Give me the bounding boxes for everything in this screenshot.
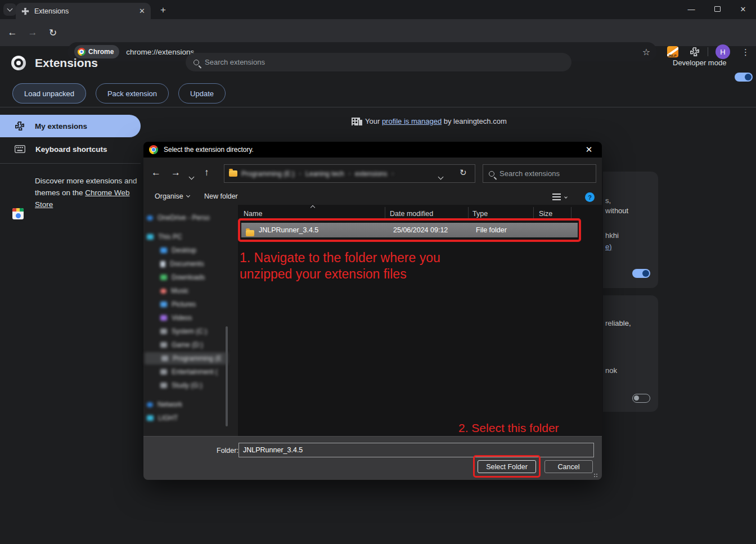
chrome-web-store-icon — [12, 208, 24, 219]
tree-item[interactable]: Documents — [143, 258, 204, 270]
sidebar-item-my-extensions[interactable]: My extensions — [0, 115, 141, 137]
update-button[interactable]: Update — [178, 83, 226, 104]
column-header-size[interactable]: Size — [539, 210, 552, 218]
tree-item[interactable]: System (C:) — [143, 325, 207, 338]
cancel-button[interactable]: Cancel — [544, 460, 593, 473]
tree-item[interactable]: Game (D:) — [143, 339, 203, 351]
jnlp-extension-icon: JNLP — [667, 46, 678, 57]
extensions-menu-button[interactable] — [690, 47, 700, 57]
dialog-close-icon[interactable]: ✕ — [582, 145, 596, 155]
dialog-refresh-icon[interactable]: ↻ — [460, 168, 467, 178]
bookmark-star-icon[interactable]: ☆ — [642, 47, 650, 57]
tree-item[interactable]: Programming (E — [145, 352, 228, 365]
developer-mode-toggle[interactable] — [735, 73, 753, 82]
new-folder-button[interactable]: New folder — [204, 192, 238, 200]
extension-card: reliable,nok — [603, 295, 658, 412]
breadcrumb-segment[interactable]: extensions — [355, 170, 387, 178]
puzzle-icon — [690, 47, 700, 57]
chevron-down-icon — [189, 174, 195, 180]
reload-button[interactable]: ↻ — [45, 25, 61, 41]
dialog-recent-locations-button[interactable] — [190, 171, 194, 181]
pc-icon — [147, 415, 154, 421]
browser-toolbar: ← → ↻ Chrome chrome://extensions ☆ JNLP … — [0, 19, 756, 46]
resize-grip[interactable] — [594, 474, 598, 478]
dialog-title-bar[interactable]: Select the extension directory. ✕ — [143, 142, 602, 158]
maximize-button[interactable] — [704, 1, 730, 17]
tree-item[interactable]: Network — [143, 398, 182, 411]
breadcrumb-segment[interactable]: Programming (E:) — [241, 170, 295, 178]
tree-item[interactable]: OneDrive - Perso — [143, 212, 210, 224]
tree-item-label: Desktop — [172, 246, 196, 254]
tree-item[interactable]: LIGHT — [143, 412, 178, 424]
extension-enable-toggle[interactable] — [632, 394, 650, 403]
card-link-fragment[interactable]: e) — [605, 242, 612, 251]
tree-item-label: Videos — [172, 314, 192, 322]
dialog-bottom-bar: Folder: Select Folder Cancel — [143, 436, 602, 480]
load-unpacked-button[interactable]: Load unpacked — [12, 83, 86, 104]
drive-icon — [161, 356, 168, 361]
breadcrumb-segment[interactable]: Leaning tech — [305, 170, 344, 178]
tree-item[interactable]: Music — [143, 285, 188, 297]
toolbar-divider — [708, 47, 708, 56]
back-button[interactable]: ← — [4, 25, 20, 41]
organise-label: Organise — [155, 192, 183, 200]
sidebar-item-label: Keyboard shortcuts — [35, 145, 107, 154]
browser-menu-icon[interactable]: ⋮ — [741, 47, 750, 57]
column-header-name[interactable]: Name — [244, 210, 262, 218]
extension-enable-toggle[interactable] — [632, 269, 650, 278]
annotation-step1: 1. Navigate to the folder where youunzip… — [240, 250, 440, 282]
card-text-fragment: without — [605, 206, 628, 215]
jnlp-extension-button[interactable]: JNLP — [667, 46, 678, 57]
pack-extension-button[interactable]: Pack extension — [96, 83, 169, 104]
puzzle-favicon-icon — [21, 7, 29, 15]
tree-item[interactable]: Desktop — [143, 244, 196, 257]
dialog-back-button[interactable]: ← — [151, 167, 161, 178]
organise-menu[interactable]: Organise — [155, 192, 190, 200]
tree-scrollbar[interactable] — [226, 326, 228, 426]
tab-extensions[interactable]: Extensions ✕ — [16, 3, 151, 19]
close-window-button[interactable]: ✕ — [730, 1, 756, 17]
tree-item[interactable]: Videos — [143, 312, 192, 324]
card-text-fragment: s, — [605, 196, 611, 205]
puzzle-icon — [15, 121, 25, 131]
extensions-search[interactable] — [186, 53, 572, 71]
folder-tree[interactable]: OneDrive - PersoThis PCDesktopDocumentsD… — [143, 205, 233, 436]
search-input[interactable] — [205, 58, 564, 66]
breadcrumb[interactable]: Programming (E:)›Leaning tech›extensions… — [224, 164, 475, 183]
dialog-up-button[interactable]: ↑ — [204, 167, 209, 178]
dialog-search[interactable] — [483, 164, 596, 183]
dialog-search-input[interactable] — [500, 169, 590, 178]
dialog-title: Select the extension directory. — [164, 146, 576, 154]
tree-item[interactable]: Pictures — [143, 298, 196, 311]
doc-icon — [160, 261, 165, 267]
help-button[interactable]: ? — [585, 192, 595, 202]
forward-button[interactable]: → — [25, 25, 40, 41]
view-mode-button[interactable] — [552, 194, 567, 201]
tree-item[interactable]: Entertainment ( — [143, 366, 218, 378]
folder-name-input[interactable] — [238, 443, 594, 457]
drive-icon — [160, 329, 167, 334]
minimize-button[interactable]: — — [678, 1, 704, 17]
column-header-type[interactable]: Type — [472, 210, 488, 218]
organization-icon — [352, 118, 360, 125]
tree-item[interactable]: Downloads — [143, 271, 205, 284]
profile-avatar[interactable]: H — [716, 44, 730, 59]
new-tab-button[interactable]: + — [158, 5, 169, 16]
breadcrumb-dropdown-icon[interactable] — [439, 171, 443, 181]
card-text-fragment: nok — [605, 366, 617, 375]
chrome-logo-icon — [149, 145, 158, 154]
tree-item[interactable]: This PC — [143, 231, 182, 243]
dialog-forward-button[interactable]: → — [171, 167, 181, 178]
tab-close-icon[interactable]: ✕ — [139, 7, 145, 15]
sort-ascending-icon — [310, 205, 315, 210]
tree-item[interactable]: Study (G:) — [143, 379, 202, 392]
tree-item-label: This PC — [158, 233, 182, 241]
profile-managed-link[interactable]: profile is managed — [382, 117, 442, 125]
column-header-date-modified[interactable]: Date modified — [390, 210, 433, 218]
tree-item-label: Programming (E — [173, 354, 222, 362]
sidebar-item-keyboard-shortcuts[interactable]: Keyboard shortcuts — [0, 138, 141, 160]
tab-search-button[interactable] — [3, 3, 16, 16]
tree-item-label: LIGHT — [158, 414, 178, 422]
tab-title: Extensions — [34, 7, 139, 15]
drive-icon — [160, 342, 167, 348]
